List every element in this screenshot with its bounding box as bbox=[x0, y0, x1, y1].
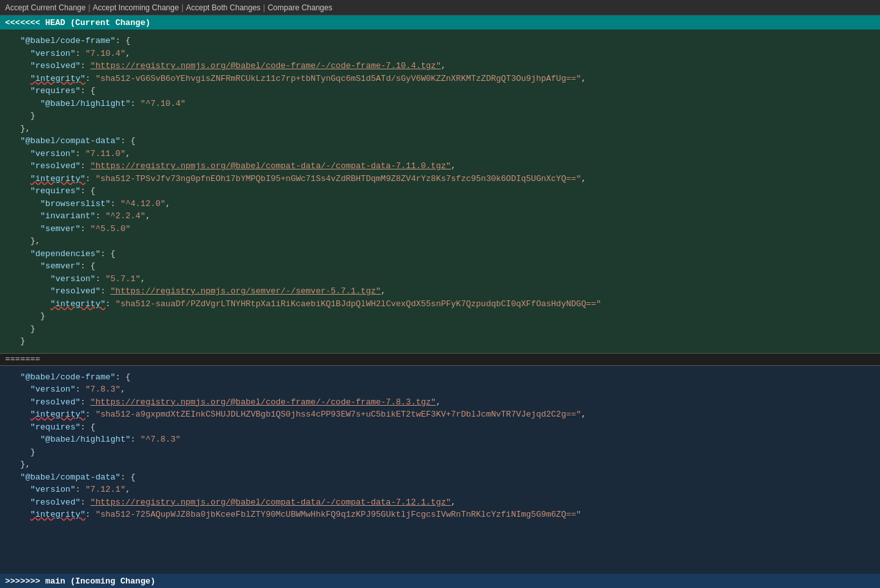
incoming-code-pre: "@babel/code-frame": { "version": "7.8.3… bbox=[5, 368, 875, 524]
incoming-change-header: >>>>>>> main (Incoming Change) bbox=[0, 574, 880, 588]
conflict-separator: ======= bbox=[0, 353, 880, 366]
current-change-section: <<<<<<< HEAD (Current Change) "@babel/co… bbox=[0, 15, 880, 353]
main-container: <<<<<<< HEAD (Current Change) "@babel/co… bbox=[0, 15, 880, 588]
current-change-header: <<<<<<< HEAD (Current Change) bbox=[0, 15, 880, 30]
accept-both-link[interactable]: Accept Both Changes bbox=[186, 3, 261, 12]
action-bar: Accept Current Change | Accept Incoming … bbox=[0, 0, 880, 15]
separator-3: | bbox=[263, 3, 265, 12]
separator-1: | bbox=[88, 3, 90, 12]
current-code-block[interactable]: "@babel/code-frame": { "version": "7.10.… bbox=[0, 30, 880, 353]
compare-changes-link[interactable]: Compare Changes bbox=[268, 3, 332, 12]
accept-incoming-link[interactable]: Accept Incoming Change bbox=[93, 3, 179, 12]
separator-2: | bbox=[182, 3, 184, 12]
incoming-code-block[interactable]: "@babel/code-frame": { "version": "7.8.3… bbox=[0, 366, 880, 589]
incoming-change-section: "@babel/code-frame": { "version": "7.8.3… bbox=[0, 366, 880, 589]
current-code-pre: "@babel/code-frame": { "version": "7.10.… bbox=[5, 32, 875, 350]
accept-current-link[interactable]: Accept Current Change bbox=[5, 3, 85, 12]
